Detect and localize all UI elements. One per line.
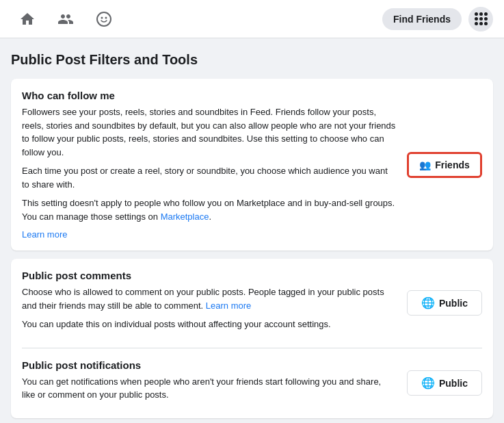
comments-title: Public post comments — [22, 270, 396, 281]
notifications-desc1: You can get notifications when people wh… — [22, 375, 396, 402]
svg-point-0 — [97, 12, 111, 26]
menu-grid-button[interactable] — [468, 7, 493, 31]
follow-me-section: Who can follow me Followers see your pos… — [22, 90, 482, 240]
grid-icon — [475, 12, 488, 25]
svg-point-2 — [105, 16, 107, 18]
notifications-title: Public post notifications — [22, 359, 396, 371]
follow-me-desc3-end: . — [209, 212, 211, 222]
friends-button-icon: 👥 — [419, 159, 431, 170]
main-content: Public Post Filters and Tools Who can fo… — [0, 38, 504, 423]
nav-icons — [11, 3, 120, 36]
comments-desc1: Choose who is allowed to comment on your… — [22, 285, 396, 312]
follow-me-text: Who can follow me Followers see your pos… — [22, 90, 396, 240]
home-icon — [19, 11, 36, 27]
public-globe-icon-comments: 🌐 — [421, 296, 435, 309]
comments-row: Public post comments Choose who is allow… — [22, 270, 482, 337]
notifications-setting-label: Public — [439, 378, 468, 389]
home-nav-button[interactable] — [11, 3, 44, 36]
groups-nav-button[interactable] — [88, 3, 120, 36]
groups-nav-icon — [96, 11, 112, 27]
follow-me-title: Who can follow me — [22, 90, 396, 101]
follow-me-desc3: This setting doesn't apply to people who… — [22, 196, 396, 223]
notifications-section: Public post notifications You can get no… — [22, 348, 482, 407]
post-settings-card: Public post comments Choose who is allow… — [11, 259, 493, 418]
nav-right: Find Friends — [382, 7, 493, 31]
follow-setting-button[interactable]: 👥 Friends — [407, 152, 482, 178]
comments-section: Public post comments Choose who is allow… — [22, 270, 482, 348]
svg-point-1 — [101, 16, 103, 18]
comments-desc2: You can update this on individual posts … — [22, 318, 396, 331]
top-nav: Find Friends — [0, 0, 504, 38]
comments-setting-label: Public — [439, 298, 468, 309]
find-friends-button[interactable]: Find Friends — [382, 8, 462, 30]
follow-me-card: Who can follow me Followers see your pos… — [11, 79, 493, 251]
friends-nav-button[interactable] — [49, 3, 82, 36]
follow-me-desc1: Followers see your posts, reels, stories… — [22, 105, 396, 159]
public-globe-icon-notifications: 🌐 — [421, 376, 435, 389]
comments-setting-button[interactable]: 🌐 Public — [407, 290, 482, 316]
follow-me-desc2: Each time you post or create a reel, sto… — [22, 164, 396, 191]
marketplace-link[interactable]: Marketplace — [161, 212, 209, 222]
page-title: Public Post Filters and Tools — [11, 52, 493, 68]
notifications-text: Public post notifications You can get no… — [22, 359, 396, 407]
notifications-setting-button[interactable]: 🌐 Public — [407, 370, 482, 396]
comments-desc1-text: Choose who is allowed to comment on your… — [22, 287, 384, 311]
comments-learn-more[interactable]: Learn more — [206, 300, 251, 311]
comments-text: Public post comments Choose who is allow… — [22, 270, 396, 337]
follow-setting-label: Friends — [435, 159, 470, 170]
follow-me-learn-more[interactable]: Learn more — [22, 229, 67, 240]
friends-nav-icon — [57, 11, 74, 27]
notifications-row: Public post notifications You can get no… — [22, 359, 482, 407]
